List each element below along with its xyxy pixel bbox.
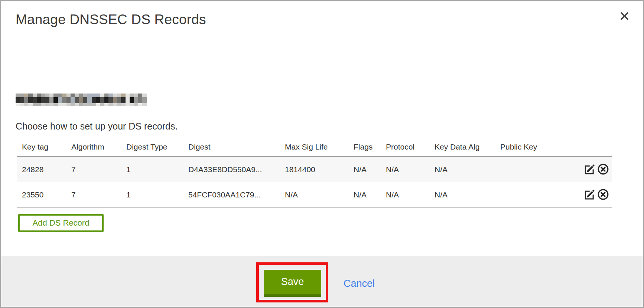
table-row: 24828 7 1 D4A33E8DD550A9... 1814400 N/A … xyxy=(17,157,612,182)
save-button[interactable]: Save xyxy=(264,270,321,297)
redacted-domain xyxy=(16,94,147,107)
table-header-row: Key tag Algorithm Digest Type Digest Max… xyxy=(17,138,612,156)
table-body: 24828 7 1 D4A33E8DD550A9... 1814400 N/A … xyxy=(17,156,612,208)
cell-digest-type: 1 xyxy=(126,190,188,199)
instruction-text: Choose how to set up your DS records. xyxy=(16,121,178,132)
close-button[interactable] xyxy=(618,10,631,23)
cell-max-sig-life: N/A xyxy=(285,190,354,199)
manage-dnssec-modal: Manage DNSSEC DS Records Choose how to s… xyxy=(0,0,644,308)
cell-algorithm: 7 xyxy=(71,165,126,174)
edit-record-button[interactable] xyxy=(583,163,596,176)
cell-algorithm: 7 xyxy=(71,190,126,199)
modal-title: Manage DNSSEC DS Records xyxy=(16,12,206,27)
edit-icon xyxy=(583,163,595,176)
cell-digest: D4A33E8DD550A9... xyxy=(188,165,285,174)
col-header-max-sig-life: Max Sig Life xyxy=(285,142,354,151)
delete-x-circle-icon xyxy=(597,189,609,201)
delete-record-button[interactable] xyxy=(597,189,609,201)
col-header-public-key: Public Key xyxy=(500,142,560,151)
col-header-key-data-alg: Key Data Alg xyxy=(435,142,500,151)
cancel-link[interactable]: Cancel xyxy=(344,278,375,289)
ds-records-table: Key tag Algorithm Digest Type Digest Max… xyxy=(17,138,612,208)
delete-x-circle-icon xyxy=(597,163,609,176)
add-ds-record-button[interactable]: Add DS Record xyxy=(18,214,104,232)
delete-record-button[interactable] xyxy=(597,163,609,176)
cell-key-data-alg: N/A xyxy=(435,190,500,199)
cell-digest-type: 1 xyxy=(126,165,188,174)
cell-flags: N/A xyxy=(354,190,386,199)
cell-flags: N/A xyxy=(354,165,386,174)
col-header-key-tag: Key tag xyxy=(22,142,71,151)
cell-protocol: N/A xyxy=(386,190,435,199)
col-header-digest-type: Digest Type xyxy=(126,142,188,151)
edit-icon xyxy=(583,189,595,201)
cell-key-tag: 23550 xyxy=(22,190,71,199)
edit-record-button[interactable] xyxy=(583,189,596,201)
cell-key-data-alg: N/A xyxy=(435,165,500,174)
cell-key-tag: 24828 xyxy=(22,165,71,174)
table-row: 23550 7 1 54FCF030AA1C79... N/A N/A N/A … xyxy=(17,182,612,207)
cell-digest: 54FCF030AA1C79... xyxy=(188,190,285,199)
col-header-flags: Flags xyxy=(354,142,386,151)
col-header-digest: Digest xyxy=(188,142,285,151)
cell-protocol: N/A xyxy=(386,165,435,174)
col-header-algorithm: Algorithm xyxy=(71,142,126,151)
cell-max-sig-life: 1814400 xyxy=(285,165,354,174)
modal-footer xyxy=(1,256,643,307)
col-header-protocol: Protocol xyxy=(386,142,435,151)
close-icon xyxy=(619,11,630,22)
